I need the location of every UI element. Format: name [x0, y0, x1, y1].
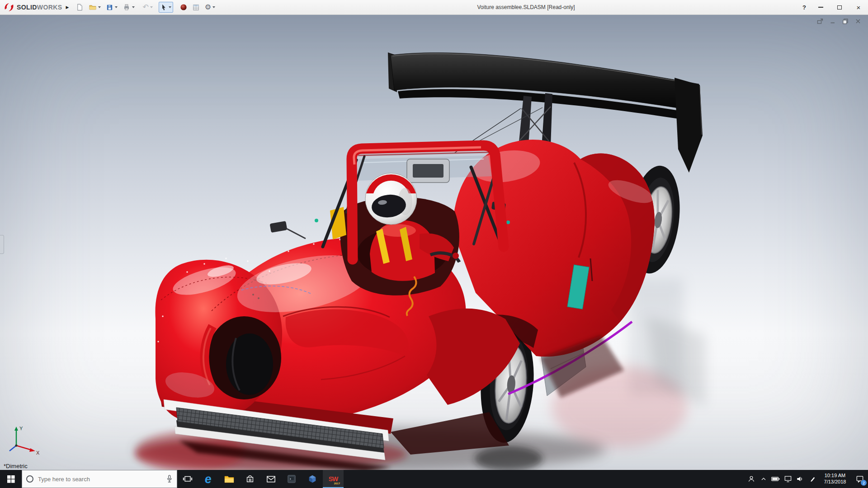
- system-tray: 10:19 AM 7/13/2018 2: [745, 470, 868, 488]
- select-dropdown-caret[interactable]: [169, 6, 171, 8]
- car-3d-model[interactable]: [0, 15, 868, 470]
- windows-logo-icon: [7, 475, 15, 483]
- open-folder-icon: [89, 3, 97, 11]
- maximize-button[interactable]: [830, 0, 849, 14]
- app-window-icon: [287, 474, 297, 484]
- print-button[interactable]: [121, 2, 137, 13]
- doc-close-button[interactable]: [854, 17, 863, 25]
- orientation-triad: Y X: [5, 423, 46, 458]
- save-floppy-icon: [106, 4, 113, 11]
- battery-icon: [771, 475, 780, 483]
- document-window-controls: [816, 17, 863, 25]
- hidden-icons-button[interactable]: [757, 470, 769, 488]
- taskbar-clock[interactable]: 10:19 AM 7/13/2018: [818, 473, 852, 485]
- appearance-button[interactable]: [178, 2, 189, 13]
- doc-restore-button[interactable]: [841, 17, 850, 25]
- save-dropdown-caret[interactable]: [115, 6, 118, 8]
- doc-minimize-button[interactable]: [828, 17, 837, 25]
- task-view-button[interactable]: [177, 470, 198, 488]
- taskbar-app-window[interactable]: [281, 470, 302, 488]
- view-orientation-label: *Dimetric: [4, 463, 28, 469]
- print-dropdown-caret[interactable]: [132, 6, 135, 8]
- chevron-up-icon: [760, 475, 767, 483]
- appearance-sphere-icon: [180, 4, 187, 11]
- open-button[interactable]: [87, 2, 103, 13]
- triad-y-label: Y: [19, 426, 23, 431]
- document-title: Voiture assemblee.SLDASM [Read-only]: [477, 4, 575, 10]
- people-button[interactable]: [745, 470, 757, 488]
- select-tool-button[interactable]: [159, 2, 173, 13]
- window-controls: ? ×: [797, 0, 868, 14]
- wing-endplate[interactable]: [675, 78, 703, 173]
- gear-icon: ⚙: [205, 4, 211, 11]
- save-button[interactable]: [104, 2, 119, 13]
- undo-button[interactable]: ↶: [141, 2, 154, 13]
- taskbar-app-file-explorer[interactable]: [219, 470, 240, 488]
- doc-restore-icon: [842, 18, 849, 25]
- open-dropdown-caret[interactable]: [98, 6, 101, 8]
- doc-close-icon: [854, 18, 862, 25]
- triad-x-label: X: [36, 450, 40, 455]
- minimize-button[interactable]: [811, 0, 830, 14]
- undo-dropdown-caret[interactable]: [150, 6, 153, 8]
- taskbar-app-edge[interactable]: e: [198, 470, 219, 488]
- volume-button[interactable]: [794, 470, 806, 488]
- search-input[interactable]: [37, 475, 162, 483]
- feature-manager-collapsed-tab[interactable]: [0, 235, 4, 254]
- network-button[interactable]: [782, 470, 794, 488]
- doc-float-icon: [816, 18, 824, 25]
- clock-date: 7/13/2018: [818, 479, 852, 485]
- undo-icon: ↶: [142, 4, 148, 11]
- graphics-viewport[interactable]: Y X *Dimetric: [0, 15, 868, 470]
- select-cursor-icon: [160, 4, 167, 11]
- minimize-icon: [818, 7, 823, 8]
- file-explorer-icon: [224, 474, 235, 484]
- pen-button[interactable]: [806, 470, 818, 488]
- maximize-icon: [837, 5, 842, 9]
- close-button[interactable]: ×: [849, 0, 868, 14]
- edge-icon: e: [204, 473, 212, 485]
- solidworks-logo: SOLIDWORKS: [4, 2, 62, 12]
- people-icon: [747, 474, 756, 483]
- taskbar-app-cad-cube[interactable]: [302, 470, 323, 488]
- start-button[interactable]: [0, 470, 22, 488]
- doc-float-button[interactable]: [816, 17, 825, 25]
- network-icon: [783, 475, 793, 483]
- titlebar: SOLIDWORKS ▶: [0, 0, 868, 15]
- notification-badge: 2: [861, 480, 867, 486]
- solidworks-app-icon: SW 2017: [327, 473, 339, 485]
- battery-button[interactable]: [769, 470, 782, 488]
- solidworks-ds-icon: [4, 2, 14, 12]
- print-icon: [123, 3, 131, 11]
- menu-expand-arrow-icon[interactable]: ▶: [66, 5, 69, 9]
- pen-icon: [808, 475, 816, 483]
- cortana-icon: [26, 475, 33, 483]
- design-table-icon: [192, 4, 200, 11]
- volume-icon: [796, 475, 805, 483]
- design-table-button[interactable]: [190, 2, 202, 13]
- options-dropdown-caret[interactable]: [212, 6, 215, 8]
- taskbar-app-mail[interactable]: [260, 470, 281, 488]
- task-view-icon: [183, 475, 193, 483]
- new-document-icon: [76, 3, 84, 11]
- doc-minimize-icon: [829, 18, 836, 25]
- brand-name: SOLIDWORKS: [17, 4, 62, 11]
- taskbar-app-solidworks[interactable]: SW 2017: [323, 470, 344, 488]
- quick-access-toolbar: ↶ ⚙: [74, 2, 218, 13]
- cad-cube-icon: [307, 474, 317, 484]
- new-document-button[interactable]: [74, 2, 85, 13]
- taskbar-app-store[interactable]: [240, 470, 260, 488]
- left-mirror[interactable]: [270, 221, 288, 233]
- help-button[interactable]: ?: [797, 0, 811, 14]
- store-icon: [245, 474, 255, 484]
- action-center-button[interactable]: 2: [852, 470, 868, 488]
- options-button[interactable]: ⚙: [203, 2, 217, 13]
- clock-time: 10:19 AM: [818, 473, 852, 479]
- taskbar-search[interactable]: [22, 470, 177, 488]
- mail-icon: [266, 474, 276, 483]
- taskbar: e SW: [0, 470, 868, 488]
- microphone-icon[interactable]: [166, 475, 173, 483]
